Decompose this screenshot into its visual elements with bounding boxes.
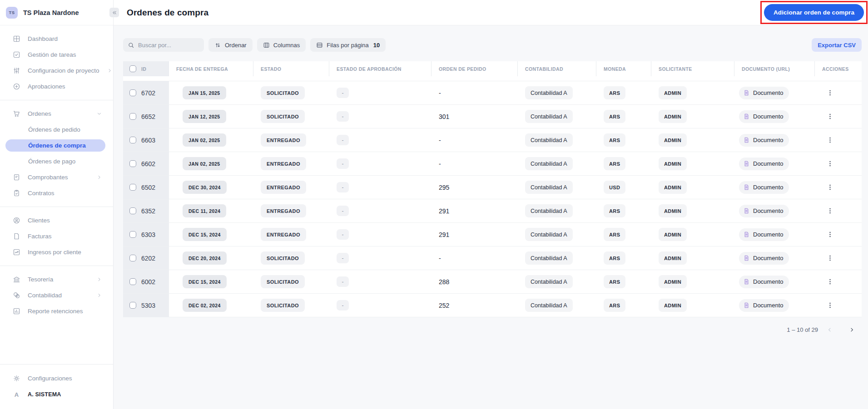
approval-status-badge: - <box>337 276 349 287</box>
row-actions-button[interactable] <box>824 252 836 264</box>
accounting-cell: Contabilidad A <box>518 105 596 128</box>
document-link[interactable]: Documento <box>739 110 789 123</box>
export-csv-button[interactable]: Exportar CSV <box>812 38 862 52</box>
sidebar-item-facturas[interactable]: Facturas <box>0 228 113 244</box>
row-actions-button[interactable] <box>824 182 836 193</box>
column-header-label: ESTADO <box>261 66 281 72</box>
row-checkbox[interactable] <box>129 113 136 120</box>
row-actions-button[interactable] <box>824 134 836 146</box>
approval-status-cell: - <box>329 294 432 317</box>
row-checkbox[interactable] <box>129 89 136 96</box>
kebab-icon <box>826 183 834 191</box>
document-link[interactable]: Documento <box>739 252 789 265</box>
row-actions-button[interactable] <box>824 87 836 99</box>
column-header-id: ID <box>123 61 169 76</box>
kebab-icon <box>826 254 834 262</box>
table-row-6002[interactable]: 6002DEC 15, 2024SOLICITADO-288Contabilid… <box>123 270 862 293</box>
sidebar-item-comprobantes[interactable]: Comprobantes <box>0 169 113 185</box>
table-row-6602[interactable]: 6602JAN 02, 2025ENTREGADO--Contabilidad … <box>123 152 862 175</box>
requester-badge: ADMIN <box>659 86 687 99</box>
sidebar-item-tesoreria[interactable]: Tesorería <box>0 271 113 287</box>
table-body: 6702JAN 15, 2025SOLICITADO--Contabilidad… <box>123 81 862 317</box>
page-title: Ordenes de compra <box>127 8 208 18</box>
sidebar-item-clientes[interactable]: Clientes <box>0 212 113 228</box>
table-row-6502[interactable]: 6502DEC 30, 2024ENTREGADO-295Contabilida… <box>123 175 862 199</box>
row-actions-button[interactable] <box>824 300 836 311</box>
table-row-6702[interactable]: 6702JAN 15, 2025SOLICITADO--Contabilidad… <box>123 81 862 104</box>
document-link[interactable]: Documento <box>739 228 789 241</box>
order-id: 6602 <box>141 160 155 168</box>
row-actions-button[interactable] <box>824 276 836 288</box>
document-link[interactable]: Documento <box>739 134 789 147</box>
table-row-6202[interactable]: 6202DEC 20, 2024SOLICITADO--Contabilidad… <box>123 246 862 270</box>
chevrons-left-icon <box>111 10 118 16</box>
sidebar-item-ingresos-por-cliente[interactable]: Ingresos por cliente <box>0 244 113 260</box>
columns-button[interactable]: Columnas <box>257 38 306 52</box>
rows-per-page-label: Filas por página <box>327 42 369 49</box>
row-checkbox[interactable] <box>129 302 136 309</box>
pagination-next-button[interactable] <box>847 325 856 334</box>
search-input[interactable] <box>138 42 199 49</box>
sidebar-subitem-ordenes-de-pedido[interactable]: Órdenes de pedido <box>0 122 113 138</box>
sidebar-item-gestion-de-tareas[interactable]: Gestión de tareas <box>0 47 113 63</box>
pagination-range: 1 – 10 of 29 <box>787 326 818 333</box>
select-all-checkbox[interactable] <box>129 65 136 72</box>
row-checkbox[interactable] <box>129 231 136 238</box>
purchase-request-cell: - <box>432 246 518 270</box>
sidebar-item-configuracion-de-proyecto[interactable]: Configuracion de proyecto <box>0 63 113 79</box>
rows-icon <box>316 42 323 49</box>
document-icon <box>743 137 750 143</box>
sidebar-user[interactable]: A A. SISTEMA <box>0 386 113 403</box>
approval-status-cell: - <box>329 246 432 270</box>
row-actions-button[interactable] <box>824 158 836 170</box>
sidebar-item-dashboard[interactable]: Dashboard <box>0 31 113 47</box>
row-actions-button[interactable] <box>824 229 836 241</box>
row-checkbox[interactable] <box>129 137 136 143</box>
rows-per-page-button[interactable]: Filas por página 10 <box>310 38 386 52</box>
id-cell: 6652 <box>123 105 169 128</box>
row-checkbox[interactable] <box>129 255 136 261</box>
document-link[interactable]: Documento <box>739 181 789 194</box>
sort-button[interactable]: Ordenar <box>208 38 253 52</box>
chevron-right-icon <box>96 292 102 298</box>
table-row-6652[interactable]: 6652JAN 12, 2025SOLICITADO-301Contabilid… <box>123 104 862 128</box>
document-link[interactable]: Documento <box>739 158 789 170</box>
row-actions-button[interactable] <box>824 111 836 123</box>
accounting-badge: Contabilidad A <box>525 204 573 217</box>
chevron-right-icon <box>848 326 855 333</box>
add-purchase-order-button[interactable]: Adicionar orden de compra <box>764 4 864 21</box>
sidebar-subitem-ordenes-de-pago[interactable]: Órdenes de pago <box>0 153 113 169</box>
sidebar-item-configuraciones[interactable]: Configuraciones <box>0 370 113 386</box>
table-row-6352[interactable]: 6352DEC 11, 2024ENTREGADO-291Contabilida… <box>123 199 862 222</box>
id-cell: 6202 <box>123 246 169 270</box>
user-circle-icon <box>13 217 20 224</box>
sidebar-item-ordenes[interactable]: Ordenes <box>0 106 113 122</box>
sidebar-item-aprobaciones[interactable]: Aprobaciones <box>0 79 113 94</box>
currency-badge: USD <box>604 181 625 194</box>
sidebar-item-contabilidad[interactable]: Contabilidad <box>0 287 113 303</box>
sidebar-item-contratos[interactable]: Contratos <box>0 185 113 201</box>
pagination-prev-button[interactable] <box>825 325 834 334</box>
table-row-5303[interactable]: 5303DEC 02, 2024SOLICITADO-252Contabilid… <box>123 293 862 317</box>
row-checkbox[interactable] <box>129 278 136 285</box>
row-checkbox[interactable] <box>129 207 136 214</box>
sidebar-item-reporte-retenciones[interactable]: Reporte retenciones <box>0 303 113 319</box>
row-checkbox[interactable] <box>129 184 136 191</box>
table-row-6603[interactable]: 6603JAN 02, 2025ENTREGADO--Contabilidad … <box>123 128 862 152</box>
sidebar-collapse-button[interactable] <box>109 8 119 17</box>
requester-cell: ADMIN <box>651 270 734 293</box>
document-icon <box>743 207 750 214</box>
approval-status-badge: - <box>337 253 349 263</box>
row-checkbox[interactable] <box>129 160 136 167</box>
document-label: Documento <box>753 302 783 309</box>
document-link[interactable]: Documento <box>739 87 789 99</box>
document-link[interactable]: Documento <box>739 299 789 312</box>
document-link[interactable]: Documento <box>739 205 789 217</box>
table-row-6303[interactable]: 6303DEC 15, 2024ENTREGADO-291Contabilida… <box>123 222 862 246</box>
sidebar-subitem-ordenes-de-compra[interactable]: Órdenes de compra <box>5 139 105 152</box>
delivery-date-badge: DEC 15, 2024 <box>183 228 227 241</box>
delivery-date-badge: JAN 15, 2025 <box>183 86 226 99</box>
document-link[interactable]: Documento <box>739 276 789 288</box>
row-actions-button[interactable] <box>824 205 836 217</box>
workspace-switcher[interactable]: TS TS Plaza Nardone <box>0 0 113 25</box>
